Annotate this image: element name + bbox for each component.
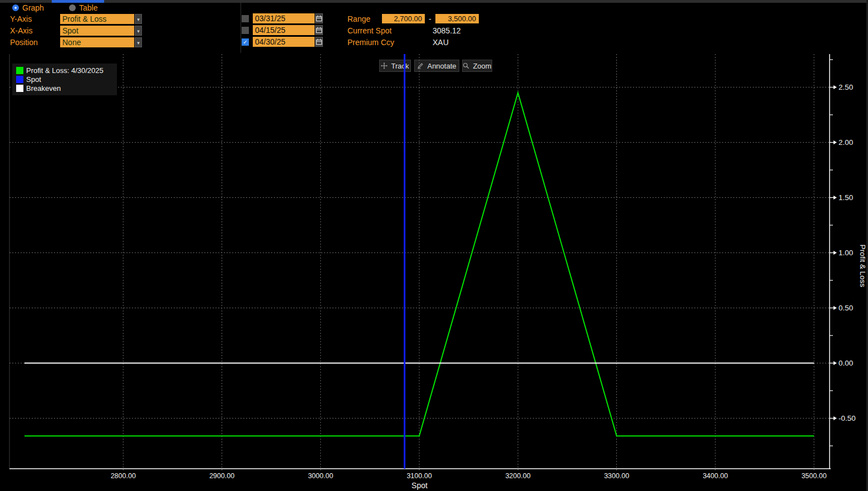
track-button[interactable]: Track (379, 60, 411, 72)
legend-item-breakeven: Breakeven (16, 84, 117, 93)
zoom-button-label: Zoom (473, 62, 491, 70)
date2-input[interactable]: 04/15/25 (253, 25, 315, 35)
y-axis-select-arrow-icon[interactable]: ▾ (135, 14, 142, 24)
y-tick-label: 1.50 (838, 193, 853, 202)
current-spot-label: Current Spot (347, 26, 391, 35)
y-axis-select[interactable]: Profit & Loss (60, 14, 134, 24)
check-icon: ✓ (243, 39, 247, 45)
y-tick-arrow-icon (833, 416, 837, 420)
date3-input[interactable]: 04/30/25 (253, 37, 315, 47)
premium-ccy-value: XAU (433, 38, 449, 47)
zoom-button[interactable]: Zoom (462, 60, 492, 72)
annotate-button[interactable]: Annotate (414, 60, 459, 72)
chart-legend: Profit & Loss: 4/30/2025 Spot Breakeven (12, 64, 117, 95)
position-select[interactable]: None (60, 37, 134, 47)
graph-radio-label[interactable]: Graph (22, 3, 44, 12)
payoff-chart: 2.502.001.501.000.500.00-0.502800.002900… (0, 0, 868, 491)
x-axis-select-arrow-icon[interactable]: ▾ (135, 26, 142, 36)
y-axis-label: Y-Axis (10, 14, 32, 23)
date3-calendar-icon[interactable] (315, 37, 323, 47)
y-tick-label: 2.50 (838, 83, 853, 91)
track-button-label: Track (391, 62, 409, 70)
x-axis-title: Spot (411, 481, 428, 490)
date1-input[interactable]: 03/31/25 (253, 13, 315, 23)
pnl-series-swatch (16, 67, 23, 74)
legend-item-label: Profit & Loss: 4/30/2025 (26, 66, 104, 75)
spot-series-swatch (16, 76, 23, 83)
legend-item-pnl: Profit & Loss: 4/30/2025 (16, 66, 117, 75)
y-tick-label: -0.50 (838, 414, 856, 422)
track-crosshair-icon (381, 62, 388, 69)
x-tick-label: 3300.00 (604, 472, 629, 480)
table-radio-label[interactable]: Table (79, 3, 97, 12)
table-radio[interactable] (69, 4, 76, 11)
y-axis-title: Profit & Loss (859, 245, 867, 288)
date1-checkbox[interactable]: ✓ (242, 15, 249, 22)
range-separator: - (429, 14, 431, 23)
legend-item-spot: Spot (16, 75, 117, 84)
range-to-input[interactable]: 3,500.00 (435, 14, 479, 23)
annotate-pencil-icon (417, 62, 424, 69)
pnl-line (24, 93, 814, 436)
graph-radio[interactable] (12, 4, 19, 11)
position-select-arrow-icon[interactable]: ▾ (135, 37, 142, 47)
current-spot-value: 3085.12 (433, 26, 461, 35)
y-tick-arrow-icon (833, 306, 837, 310)
y-tick-arrow-icon (833, 140, 837, 144)
premium-ccy-label: Premium Ccy (347, 38, 394, 47)
y-tick-label: 0.50 (838, 304, 853, 312)
range-from-input[interactable]: 2,700.00 (382, 14, 425, 23)
x-axis-label: X-Axis (10, 26, 32, 35)
breakeven-series-swatch (16, 85, 23, 92)
legend-item-label: Breakeven (26, 84, 61, 93)
panel-divider (241, 0, 241, 53)
window-top-strip (0, 0, 868, 3)
y-tick-arrow-icon (833, 361, 837, 365)
zoom-magnifier-icon (463, 62, 469, 69)
x-tick-label: 3500.00 (801, 472, 826, 480)
x-tick-label: 2900.00 (209, 472, 234, 480)
x-tick-label: 3000.00 (308, 472, 333, 480)
range-label: Range (347, 14, 370, 23)
x-tick-label: 3200.00 (506, 472, 531, 480)
y-tick-label: 1.00 (838, 249, 853, 257)
position-label: Position (10, 38, 38, 47)
date1-calendar-icon[interactable] (315, 13, 323, 23)
active-tab-underline (52, 0, 104, 3)
x-tick-label: 2800.00 (111, 472, 136, 480)
x-tick-label: 3400.00 (703, 472, 728, 480)
y-tick-arrow-icon (833, 85, 837, 89)
y-tick-arrow-icon (833, 196, 837, 200)
x-tick-label: 3100.00 (406, 472, 431, 480)
y-tick-arrow-icon (833, 251, 837, 255)
y-tick-label: 2.00 (838, 138, 853, 147)
x-axis-select[interactable]: Spot (60, 26, 134, 36)
date2-checkbox[interactable]: ✓ (242, 27, 249, 34)
date3-checkbox[interactable]: ✓ (242, 38, 249, 46)
date2-calendar-icon[interactable] (315, 25, 323, 35)
annotate-button-label: Annotate (427, 62, 456, 70)
legend-item-label: Spot (26, 75, 41, 84)
y-tick-label: 0.00 (838, 359, 853, 367)
payoff-screen: Graph Table Y-Axis Profit & Loss ▾ X-Axi… (0, 0, 868, 491)
